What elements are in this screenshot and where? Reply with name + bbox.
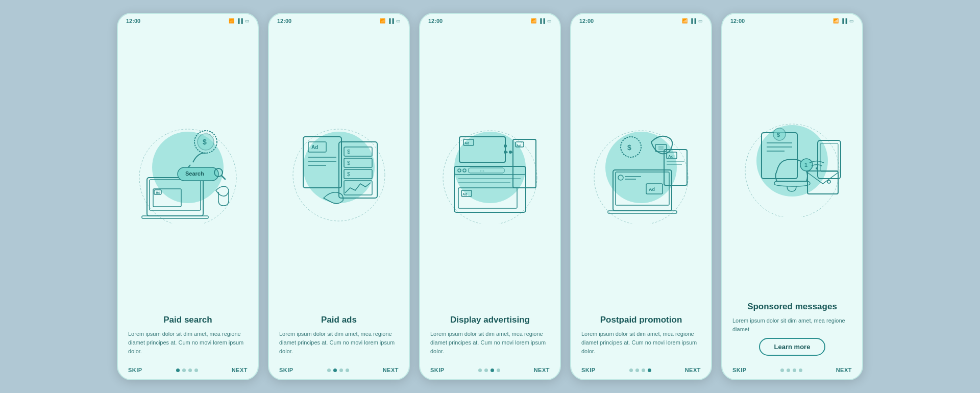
dots-5 [780,369,802,372]
signal-icon-4: ▐▐ [690,18,696,23]
svg-point-52 [443,131,537,224]
battery-icon-3: ▭ [547,18,552,23]
status-bar-3: 12:00 📶 ▐▐ ▭ [420,14,560,26]
title-sponsored-messages: Sponsored messages [732,301,852,312]
body-postpaid-promotion: Lorem ipsum dolor sit dim amet, mea regi… [581,330,701,356]
dot-2-1 [327,369,331,372]
dot-1-3 [188,369,192,372]
next-btn-2[interactable]: NEXT [383,367,399,373]
svg-rect-27 [344,181,372,195]
status-icons-4: 📶 ▐▐ ▭ [682,18,703,23]
svg-sponsored-messages: 1 $ [736,105,848,217]
svg-text:Ad: Ad [517,144,521,147]
svg-text:$: $ [347,149,350,155]
learn-more-button[interactable]: Learn more [759,338,826,356]
svg-rect-54 [616,172,669,205]
dot-4-3 [642,369,645,372]
dot-5-3 [793,369,796,372]
content-display-advertising: Display advertising Lorem ipsum dolor si… [420,309,560,363]
skip-btn-1[interactable]: SKIP [128,367,142,373]
dot-4-2 [635,369,639,372]
time-2: 12:00 [277,18,291,24]
skip-btn-3[interactable]: SKIP [430,367,445,373]
dot-1-4 [194,369,198,372]
illustration-display-advertising: Ad < > Ad Ad [420,26,560,309]
dot-3-4 [497,369,500,372]
signal-icon-5: ▐▐ [841,18,847,23]
svg-rect-74 [807,171,838,194]
dot-2-3 [339,369,343,372]
dot-3-2 [484,369,488,372]
svg-text:1: 1 [804,162,807,168]
body-display-advertising: Lorem ipsum dolor sit dim amet, mea regi… [430,330,550,356]
next-btn-5[interactable]: NEXT [836,367,852,373]
dots-1 [176,369,198,372]
svg-point-34 [458,169,461,172]
content-sponsored-messages: Sponsored messages Lorem ipsum dolor sit… [722,296,862,363]
svg-text:Search: Search [185,170,204,177]
svg-text:Ad: Ad [462,192,467,196]
next-btn-1[interactable]: NEXT [232,367,248,373]
body-sponsored-messages: Lorem ipsum dolor sit dim amet, mea regi… [732,316,852,334]
svg-text:$: $ [347,160,350,166]
svg-rect-55 [608,211,677,213]
skip-btn-5[interactable]: SKIP [732,367,747,373]
status-bar-2: 12:00 📶 ▐▐ ▭ [269,14,409,26]
illustration-paid-ads: Ad $ $ $ [269,26,409,309]
wifi-icon-3: 📶 [531,18,536,23]
body-paid-search: Lorem ipsum dolor sit dim amet, mea regi… [128,330,248,356]
svg-line-12 [222,176,225,179]
dot-3-1 [478,369,482,372]
skip-btn-4[interactable]: SKIP [581,367,596,373]
battery-icon-4: ▭ [698,18,703,23]
svg-text:Ad: Ad [668,154,674,159]
svg-text:< >: < > [480,169,484,173]
signal-icon-1: ▐▐ [236,18,243,23]
svg-rect-5 [142,216,208,218]
content-postpaid-promotion: Postpaid promotion Lorem ipsum dolor sit… [571,309,711,363]
svg-rect-1 [150,180,201,210]
svg-rect-29 [459,137,505,162]
illustration-sponsored-messages: 1 $ [722,26,862,296]
dots-3 [478,369,500,372]
signal-icon-2: ▐▐ [387,18,394,23]
illustration-postpaid-promotion: Ad Ad $ [571,26,711,309]
battery-icon-2: ▭ [396,18,401,23]
svg-rect-14 [303,137,341,188]
wifi-icon-2: 📶 [380,18,385,23]
dots-2 [327,369,349,372]
svg-rect-83 [820,143,838,171]
screen-paid-search: 12:00 📶 ▐▐ ▭ Ad $ [117,13,259,380]
time-4: 12:00 [579,18,594,24]
svg-text:$: $ [627,143,631,152]
dot-2-2 [333,369,337,372]
next-btn-4[interactable]: NEXT [685,367,701,373]
svg-rect-36 [469,168,504,173]
svg-rect-33 [454,166,526,175]
svg-rect-64 [664,150,687,185]
skip-btn-2[interactable]: SKIP [279,367,293,373]
dot-5-1 [780,369,784,372]
nav-display-advertising: SKIP NEXT [420,363,560,379]
svg-text:$: $ [777,132,780,138]
content-paid-search: Paid search Lorem ipsum dolor sit dim am… [118,309,258,363]
screen-paid-ads: 12:00 📶 ▐▐ ▭ Ad $ [268,13,410,380]
battery-icon-1: ▭ [245,18,250,23]
time-5: 12:00 [730,18,745,24]
dot-1-1 [176,369,180,372]
title-paid-ads: Paid ads [279,314,399,326]
status-icons-5: 📶 ▐▐ ▭ [833,18,854,23]
svg-text:Ad: Ad [311,144,318,150]
dot-5-4 [799,369,802,372]
signal-icon-3: ▐▐ [538,18,545,23]
title-display-advertising: Display advertising [430,314,550,326]
svg-text:Ad: Ad [649,187,655,192]
time-3: 12:00 [428,18,443,24]
battery-icon-5: ▭ [849,18,854,23]
svg-text:$: $ [203,138,207,146]
svg-point-51 [504,144,507,148]
title-postpaid-promotion: Postpaid promotion [581,314,701,326]
wifi-icon-5: 📶 [833,18,839,23]
svg-rect-61 [655,144,667,152]
next-btn-3[interactable]: NEXT [534,367,550,373]
